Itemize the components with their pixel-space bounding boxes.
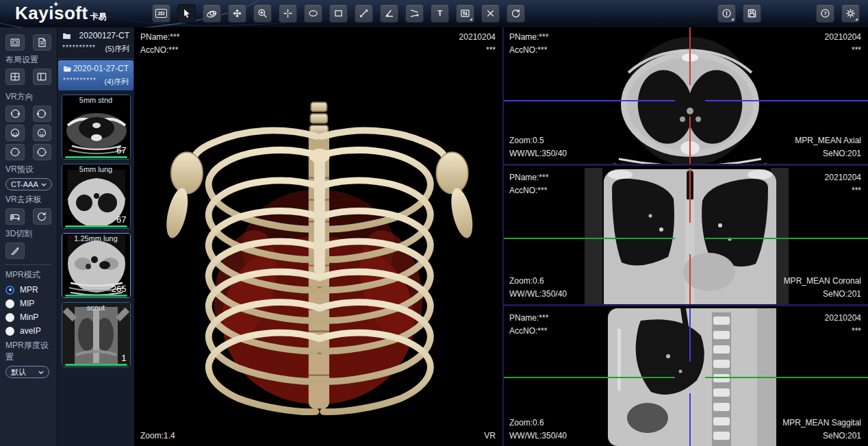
bed-icon — [9, 210, 21, 223]
settings-button[interactable] — [841, 4, 860, 23]
head-front-plain-icon — [36, 146, 48, 158]
help-button[interactable]: ? — [816, 4, 834, 23]
masked-value: *** — [459, 44, 496, 57]
axial-crosshair-v-top[interactable] — [689, 27, 691, 85]
sagittal-overlay-topleft: PName:*** AccNO:*** — [509, 312, 548, 338]
coronal-crosshair-h-right[interactable] — [705, 238, 868, 239]
series-number: SeNO:201 — [784, 288, 861, 301]
rect-roi-button[interactable] — [329, 4, 348, 23]
series-thumbnail-scout[interactable]: scout 1 — [62, 302, 131, 367]
pan-tool-button[interactable] — [228, 4, 246, 23]
mpr-mode-option-aveip[interactable]: aveIP — [5, 326, 51, 336]
delete-annotation-button[interactable] — [481, 4, 500, 23]
series-thumbnail-1-25mm-lung[interactable]: 1.25mm lung 265 — [62, 233, 131, 298]
zoom-tool-button[interactable] — [253, 4, 272, 23]
zoom-readout: Zoom:0.6 — [509, 275, 567, 288]
text-tool-icon: T — [434, 8, 446, 19]
sagittal-crosshair-v-bottom[interactable] — [689, 393, 691, 446]
save-button[interactable] — [743, 4, 761, 23]
vr-direction-back-button[interactable] — [5, 144, 25, 160]
pacs-workstation: Kayisoft 卡易 ✦ 2D — [0, 0, 868, 446]
series-panel: 20200127-CT ********** (5)序列 2020-01-27-… — [58, 27, 135, 446]
angle-icon — [383, 8, 395, 19]
cursor-tool-button[interactable] — [177, 4, 196, 23]
vr-direction-left-button[interactable] — [5, 106, 25, 122]
study-date: 20210204 — [459, 31, 496, 44]
study-title: 20200127-CT — [71, 31, 129, 40]
vr-direction-top-button[interactable] — [5, 125, 25, 141]
series-thumbnail-5mm-lung[interactable]: 5mm lung 67 — [62, 164, 131, 229]
sagittal-crosshair-h-right[interactable] — [705, 377, 868, 378]
cine-scroll-button[interactable] — [456, 4, 474, 23]
render-mode-label: VR — [484, 430, 496, 443]
top-toolbar: Kayisoft 卡易 ✦ 2D — [0, 0, 868, 27]
info-button[interactable] — [717, 4, 736, 23]
masked-value: *** — [825, 325, 861, 338]
sagittal-crosshair-v-top[interactable] — [689, 308, 691, 362]
ellipse-roi-button[interactable] — [304, 4, 322, 23]
mpr-thickness-select[interactable]: 默认 — [5, 366, 49, 378]
save-icon — [746, 8, 758, 19]
chevron-down-icon — [38, 371, 44, 374]
vr-direction-bottom-button[interactable] — [33, 144, 52, 160]
layout-2x2-button[interactable] — [5, 69, 25, 85]
coronal-crosshair-v-bottom[interactable] — [689, 254, 691, 306]
mpr-coronal-viewport[interactable]: PName:*** AccNO:*** 20210204 *** Zoom:0.… — [504, 168, 868, 306]
vr-direction-right-button[interactable] — [33, 106, 52, 122]
bed-reset-button[interactable] — [33, 208, 52, 225]
zoom-readout: Zoom:0.6 — [509, 417, 567, 430]
2d-view-button[interactable]: 2D — [152, 4, 170, 23]
angle-tool-button[interactable] — [380, 4, 398, 23]
study-item[interactable]: 20200127-CT ********** (5)序列 — [58, 27, 134, 59]
study-series-count: (5)序列 — [105, 44, 129, 54]
sagittal-crosshair-h-left[interactable] — [504, 377, 675, 378]
rotate-3d-button[interactable] — [203, 4, 221, 23]
vr-preset-label: VR预设 — [5, 164, 51, 175]
sagittal-overlay-bottomright: MPR_MEAN Saggital SeNO:201 — [782, 417, 861, 443]
mpr-mode-label: MPR模式 — [5, 269, 51, 281]
crosshair-tool-button[interactable] — [279, 4, 297, 23]
logo-text-cn: 卡易 — [90, 11, 107, 23]
mpr-axial-viewport[interactable]: PName:*** AccNO:*** 20210204 *** Zoom:0.… — [504, 27, 868, 166]
masked-value: *** — [825, 184, 861, 197]
vr-preset-select[interactable]: CT-AAA — [5, 178, 52, 190]
measure-length-button[interactable] — [355, 4, 373, 23]
vr-direction-front-button[interactable] — [33, 125, 52, 141]
study-item-selected[interactable]: 2020-01-27-CT ********** (4)序列 — [58, 60, 133, 90]
accession-number: AccNO:*** — [509, 184, 548, 197]
coronal-crosshair-v-top[interactable] — [689, 168, 691, 223]
radio-icon — [5, 299, 14, 308]
sidebar-divider — [5, 264, 51, 265]
folder-open-icon — [63, 65, 72, 73]
series-thumbnail-5mm-stnd[interactable]: 5mm stnd 67 — [62, 95, 131, 160]
text-annotation-button[interactable]: T — [431, 4, 449, 23]
coronal-overlay-topleft: PName:*** AccNO:*** — [509, 171, 548, 197]
layout-split-button[interactable] — [33, 69, 52, 85]
rotate-3d-icon — [206, 8, 218, 19]
mpr-mode-option-mpr[interactable]: MPR — [5, 285, 51, 295]
reset-view-button[interactable] — [507, 4, 525, 23]
mpr-thickness-label: MPR厚度设置 — [5, 340, 51, 363]
remove-bed-button[interactable] — [5, 208, 25, 225]
axial-crosshair-h-right[interactable] — [705, 100, 868, 101]
layout-clipboard-button[interactable] — [33, 34, 52, 51]
axial-crosshair-v-bottom[interactable] — [689, 116, 691, 166]
zoom-readout: Zoom:0.5 — [509, 134, 567, 147]
3d-cut-knife-button[interactable] — [5, 243, 25, 259]
cursor-icon — [181, 8, 192, 19]
axial-crosshair-h-left[interactable] — [504, 100, 675, 101]
vr-overlay-bottomleft: Zoom:1.4 — [140, 430, 175, 443]
layout-single-icon — [9, 36, 21, 49]
sagittal-overlay-topright: 20210204 *** — [825, 312, 861, 338]
layout-single-button[interactable] — [5, 34, 25, 51]
mpr-mode-option-minp[interactable]: MinP — [5, 312, 51, 322]
study-date: 20210204 — [825, 31, 861, 44]
cobb-angle-button[interactable] — [405, 4, 424, 23]
mpr-mode-option-mip[interactable]: MIP — [5, 299, 51, 308]
vr-viewport[interactable]: PName:*** AccNO:*** 20210204 *** Zoom:1.… — [135, 27, 502, 446]
coronal-overlay-bottomleft: Zoom:0.6 WW/WL:350/40 — [509, 275, 567, 301]
study-title: 2020-01-27-CT — [72, 64, 129, 73]
thumbnail-label: 5mm lung — [62, 165, 130, 173]
coronal-crosshair-h-left[interactable] — [504, 238, 675, 239]
mpr-sagittal-viewport[interactable]: PName:*** AccNO:*** 20210204 *** Zoom:0.… — [504, 308, 868, 446]
